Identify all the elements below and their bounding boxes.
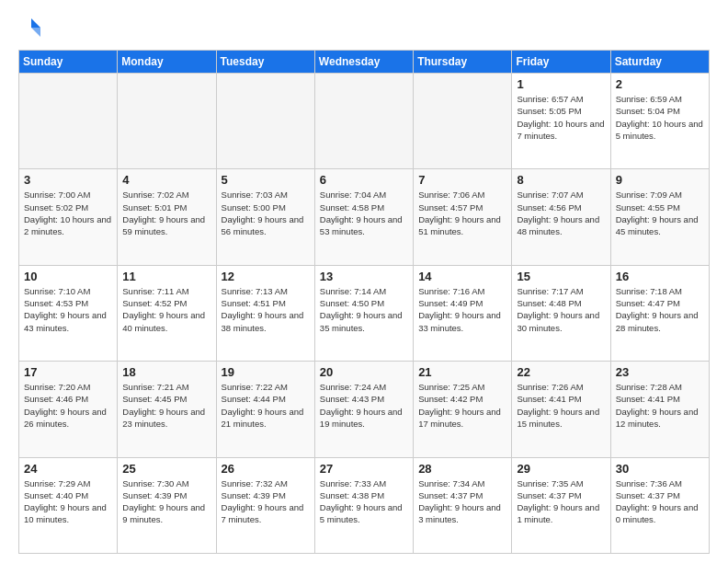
- day-info: Sunrise: 7:32 AM Sunset: 4:39 PM Dayligh…: [222, 477, 310, 526]
- day-info: Sunrise: 7:25 AM Sunset: 4:42 PM Dayligh…: [418, 381, 506, 430]
- calendar-cell: 20Sunrise: 7:24 AM Sunset: 4:43 PM Dayli…: [314, 362, 413, 457]
- day-number: 12: [222, 270, 310, 283]
- calendar-cell: 16Sunrise: 7:18 AM Sunset: 4:47 PM Dayli…: [610, 265, 709, 361]
- calendar-cell: 2Sunrise: 6:59 AM Sunset: 5:04 PM Daylig…: [610, 74, 709, 169]
- day-info: Sunrise: 7:00 AM Sunset: 5:02 PM Dayligh…: [24, 189, 112, 237]
- weekday-header: Friday: [512, 51, 610, 74]
- day-number: 21: [418, 365, 506, 379]
- calendar-cell: 15Sunrise: 7:17 AM Sunset: 4:48 PM Dayli…: [512, 265, 610, 361]
- weekday-header: Tuesday: [216, 51, 314, 74]
- day-number: 18: [122, 365, 210, 379]
- calendar-week-row: 1Sunrise: 6:57 AM Sunset: 5:05 PM Daylig…: [19, 74, 710, 169]
- header: [18, 15, 710, 40]
- weekday-header: Wednesday: [314, 51, 413, 74]
- day-info: Sunrise: 7:28 AM Sunset: 4:41 PM Dayligh…: [616, 381, 704, 430]
- calendar-week-row: 10Sunrise: 7:10 AM Sunset: 4:53 PM Dayli…: [19, 265, 710, 361]
- calendar-cell: 17Sunrise: 7:20 AM Sunset: 4:46 PM Dayli…: [19, 362, 118, 457]
- day-number: 27: [320, 462, 408, 476]
- day-info: Sunrise: 7:33 AM Sunset: 4:38 PM Dayligh…: [320, 477, 408, 526]
- day-info: Sunrise: 7:26 AM Sunset: 4:41 PM Dayligh…: [517, 381, 605, 430]
- calendar-week-row: 3Sunrise: 7:00 AM Sunset: 5:02 PM Daylig…: [19, 169, 710, 265]
- calendar-week-row: 24Sunrise: 7:29 AM Sunset: 4:40 PM Dayli…: [19, 457, 710, 553]
- calendar-header-row: SundayMondayTuesdayWednesdayThursdayFrid…: [19, 51, 710, 74]
- day-number: 19: [222, 365, 310, 379]
- svg-marker-0: [31, 18, 40, 28]
- calendar-cell: [314, 74, 413, 169]
- day-info: Sunrise: 7:24 AM Sunset: 4:43 PM Dayligh…: [320, 381, 408, 430]
- day-info: Sunrise: 7:35 AM Sunset: 4:37 PM Dayligh…: [517, 477, 605, 526]
- day-info: Sunrise: 7:14 AM Sunset: 4:50 PM Dayligh…: [320, 285, 408, 334]
- calendar-cell: 23Sunrise: 7:28 AM Sunset: 4:41 PM Dayli…: [610, 362, 709, 457]
- calendar-cell: 28Sunrise: 7:34 AM Sunset: 4:37 PM Dayli…: [414, 457, 512, 553]
- weekday-header: Thursday: [414, 51, 512, 74]
- day-number: 4: [122, 173, 210, 187]
- calendar-cell: 13Sunrise: 7:14 AM Sunset: 4:50 PM Dayli…: [314, 265, 413, 361]
- calendar-cell: 29Sunrise: 7:35 AM Sunset: 4:37 PM Dayli…: [512, 457, 610, 553]
- calendar-cell: [19, 74, 118, 169]
- day-info: Sunrise: 7:09 AM Sunset: 4:55 PM Dayligh…: [616, 189, 704, 237]
- day-number: 20: [320, 365, 408, 379]
- calendar-cell: 30Sunrise: 7:36 AM Sunset: 4:37 PM Dayli…: [610, 457, 709, 553]
- day-info: Sunrise: 7:29 AM Sunset: 4:40 PM Dayligh…: [24, 477, 112, 526]
- day-info: Sunrise: 7:36 AM Sunset: 4:37 PM Dayligh…: [616, 477, 704, 526]
- calendar-cell: 21Sunrise: 7:25 AM Sunset: 4:42 PM Dayli…: [414, 362, 512, 457]
- day-number: 17: [24, 365, 112, 379]
- day-number: 14: [418, 270, 506, 283]
- day-info: Sunrise: 7:04 AM Sunset: 4:58 PM Dayligh…: [320, 189, 408, 237]
- calendar-cell: 6Sunrise: 7:04 AM Sunset: 4:58 PM Daylig…: [314, 169, 413, 265]
- day-info: Sunrise: 7:03 AM Sunset: 5:00 PM Dayligh…: [222, 189, 310, 237]
- weekday-header: Monday: [118, 51, 216, 74]
- calendar-cell: [216, 74, 314, 169]
- day-number: 1: [517, 77, 605, 91]
- day-number: 22: [517, 365, 605, 379]
- calendar-table: SundayMondayTuesdayWednesdayThursdayFrid…: [18, 50, 710, 554]
- weekday-header: Sunday: [19, 51, 118, 74]
- calendar-cell: [414, 74, 512, 169]
- calendar-cell: 1Sunrise: 6:57 AM Sunset: 5:05 PM Daylig…: [512, 74, 610, 169]
- day-info: Sunrise: 7:20 AM Sunset: 4:46 PM Dayligh…: [24, 381, 112, 430]
- day-number: 16: [616, 270, 704, 283]
- day-number: 26: [222, 462, 310, 476]
- day-number: 23: [616, 365, 704, 379]
- calendar-cell: 9Sunrise: 7:09 AM Sunset: 4:55 PM Daylig…: [610, 169, 709, 265]
- day-info: Sunrise: 7:34 AM Sunset: 4:37 PM Dayligh…: [418, 477, 506, 526]
- day-info: Sunrise: 7:02 AM Sunset: 5:01 PM Dayligh…: [122, 189, 210, 237]
- day-info: Sunrise: 6:57 AM Sunset: 5:05 PM Dayligh…: [517, 93, 605, 142]
- day-info: Sunrise: 7:30 AM Sunset: 4:39 PM Dayligh…: [122, 477, 210, 526]
- day-number: 10: [24, 270, 112, 283]
- day-number: 7: [418, 173, 506, 187]
- day-number: 29: [517, 462, 605, 476]
- calendar-cell: 3Sunrise: 7:00 AM Sunset: 5:02 PM Daylig…: [19, 169, 118, 265]
- logo-icon: [18, 15, 44, 40]
- day-info: Sunrise: 7:17 AM Sunset: 4:48 PM Dayligh…: [517, 285, 605, 334]
- day-number: 2: [616, 77, 704, 91]
- day-number: 15: [517, 270, 605, 283]
- calendar-cell: 19Sunrise: 7:22 AM Sunset: 4:44 PM Dayli…: [216, 362, 314, 457]
- day-info: Sunrise: 7:13 AM Sunset: 4:51 PM Dayligh…: [222, 285, 310, 334]
- day-number: 8: [517, 173, 605, 187]
- logo: [18, 15, 48, 40]
- day-info: Sunrise: 7:06 AM Sunset: 4:57 PM Dayligh…: [418, 189, 506, 237]
- calendar-cell: 5Sunrise: 7:03 AM Sunset: 5:00 PM Daylig…: [216, 169, 314, 265]
- weekday-header: Saturday: [610, 51, 709, 74]
- calendar-cell: 4Sunrise: 7:02 AM Sunset: 5:01 PM Daylig…: [118, 169, 216, 265]
- svg-marker-1: [31, 28, 40, 37]
- day-info: Sunrise: 6:59 AM Sunset: 5:04 PM Dayligh…: [616, 93, 704, 142]
- calendar-cell: 12Sunrise: 7:13 AM Sunset: 4:51 PM Dayli…: [216, 265, 314, 361]
- day-info: Sunrise: 7:22 AM Sunset: 4:44 PM Dayligh…: [222, 381, 310, 430]
- day-number: 9: [616, 173, 704, 187]
- calendar-cell: 24Sunrise: 7:29 AM Sunset: 4:40 PM Dayli…: [19, 457, 118, 553]
- page: SundayMondayTuesdayWednesdayThursdayFrid…: [0, 0, 728, 563]
- day-number: 3: [24, 173, 112, 187]
- calendar-cell: 22Sunrise: 7:26 AM Sunset: 4:41 PM Dayli…: [512, 362, 610, 457]
- calendar-cell: 11Sunrise: 7:11 AM Sunset: 4:52 PM Dayli…: [118, 265, 216, 361]
- day-info: Sunrise: 7:07 AM Sunset: 4:56 PM Dayligh…: [517, 189, 605, 237]
- calendar-cell: 10Sunrise: 7:10 AM Sunset: 4:53 PM Dayli…: [19, 265, 118, 361]
- day-info: Sunrise: 7:18 AM Sunset: 4:47 PM Dayligh…: [616, 285, 704, 334]
- day-number: 6: [320, 173, 408, 187]
- calendar-cell: 26Sunrise: 7:32 AM Sunset: 4:39 PM Dayli…: [216, 457, 314, 553]
- day-number: 30: [616, 462, 704, 476]
- day-info: Sunrise: 7:21 AM Sunset: 4:45 PM Dayligh…: [122, 381, 210, 430]
- calendar-week-row: 17Sunrise: 7:20 AM Sunset: 4:46 PM Dayli…: [19, 362, 710, 457]
- calendar-cell: 14Sunrise: 7:16 AM Sunset: 4:49 PM Dayli…: [414, 265, 512, 361]
